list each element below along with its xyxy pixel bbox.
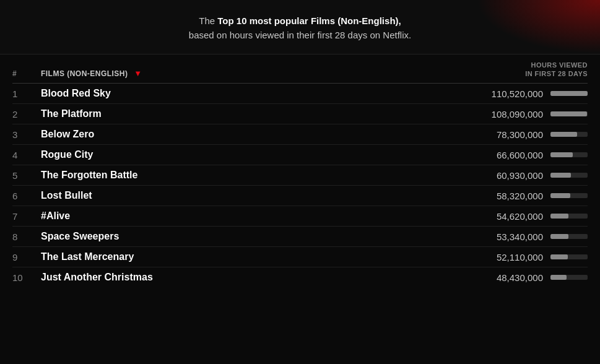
hours-value: 66,600,000 <box>481 150 543 160</box>
bar-fill <box>550 275 567 280</box>
col-hours-header: HOURS VIEWED IN FIRST 28 DAYS <box>445 61 588 79</box>
bar-fill <box>550 193 570 198</box>
col-title-label: Films (Non-English) <box>41 69 128 78</box>
bar-fill <box>550 254 568 259</box>
col-rank-header: # <box>12 69 41 78</box>
hours-value: 58,320,000 <box>481 191 543 201</box>
table-row: 9 The Last Mercenary 52,110,000 <box>12 247 588 267</box>
subtitle: The Top 10 most popular Films (Non-Engli… <box>12 14 588 43</box>
cell-hours-bar: 66,600,000 <box>445 150 588 160</box>
hours-value: 48,430,000 <box>481 272 543 283</box>
bar-wrapper <box>550 91 588 96</box>
cell-hours-bar: 58,320,000 <box>445 191 588 201</box>
cell-title: Blood Red Sky <box>41 88 445 99</box>
table-row: 4 Rogue City 66,600,000 <box>12 145 588 165</box>
cell-rank: 6 <box>12 191 41 201</box>
hours-value: 60,930,000 <box>481 170 543 181</box>
col-hours-line2: IN FIRST 28 DAYS <box>525 70 588 77</box>
cell-rank: 4 <box>12 150 41 160</box>
table-header: # Films (Non-English) ▼ HOURS VIEWED IN … <box>12 54 588 84</box>
table-row: 1 Blood Red Sky 110,520,000 <box>12 84 588 104</box>
bar-wrapper <box>550 152 588 157</box>
table-row: 10 Just Another Christmas 48,430,000 <box>12 267 588 287</box>
bar-fill <box>550 234 568 239</box>
bar-wrapper <box>550 111 588 116</box>
cell-title: The Forgotten Battle <box>41 170 445 181</box>
table-row: 8 Space Sweepers 53,340,000 <box>12 227 588 247</box>
cell-hours-bar: 78,300,000 <box>445 129 588 140</box>
col-title-header: Films (Non-English) ▼ <box>41 69 445 78</box>
bar-wrapper <box>550 173 588 178</box>
table-container: # Films (Non-English) ▼ HOURS VIEWED IN … <box>0 54 600 288</box>
hours-value: 110,520,000 <box>481 89 543 99</box>
bar-wrapper <box>550 275 588 280</box>
hours-value: 108,090,000 <box>481 109 543 119</box>
cell-title: Just Another Christmas <box>41 272 445 283</box>
cell-rank: 9 <box>12 252 41 262</box>
bar-wrapper <box>550 214 588 219</box>
bar-wrapper <box>550 254 588 259</box>
bar-wrapper <box>550 234 588 239</box>
subtitle-bold: Top 10 most popular Films (Non-English), <box>217 15 401 26</box>
cell-rank: 8 <box>12 232 41 242</box>
bar-fill <box>550 91 588 96</box>
bar-fill <box>550 152 573 157</box>
cell-title: #Alive <box>41 210 445 222</box>
cell-hours-bar: 108,090,000 <box>445 109 588 119</box>
cell-hours-bar: 60,930,000 <box>445 170 588 181</box>
bar-fill <box>550 173 571 178</box>
cell-rank: 5 <box>12 170 41 181</box>
cell-title: Below Zero <box>41 129 445 140</box>
bar-wrapper <box>550 132 588 137</box>
cell-hours-bar: 52,110,000 <box>445 252 588 262</box>
cell-rank: 2 <box>12 109 41 119</box>
cell-rank: 1 <box>12 89 41 99</box>
cell-rank: 7 <box>12 211 41 222</box>
hours-value: 52,110,000 <box>481 252 543 262</box>
cell-rank: 3 <box>12 129 41 140</box>
hours-value: 53,340,000 <box>481 232 543 242</box>
bar-fill <box>550 111 587 116</box>
cell-title: Space Sweepers <box>41 231 445 242</box>
cell-hours-bar: 110,520,000 <box>445 89 588 99</box>
table-row: 2 The Platform 108,090,000 <box>12 104 588 124</box>
table-row: 7 #Alive 54,620,000 <box>12 206 588 227</box>
sort-arrow-icon[interactable]: ▼ <box>134 69 142 78</box>
cell-title: Lost Bullet <box>41 190 445 201</box>
bar-fill <box>550 214 568 219</box>
table-body: 1 Blood Red Sky 110,520,000 2 The Platfo… <box>12 84 588 287</box>
top-section: The Top 10 most popular Films (Non-Engli… <box>0 0 600 54</box>
cell-hours-bar: 54,620,000 <box>445 211 588 222</box>
cell-hours-bar: 48,430,000 <box>445 272 588 283</box>
hours-value: 78,300,000 <box>481 129 543 140</box>
hours-value: 54,620,000 <box>481 211 543 222</box>
table-row: 5 The Forgotten Battle 60,930,000 <box>12 165 588 186</box>
table-row: 6 Lost Bullet 58,320,000 <box>12 186 588 206</box>
table-row: 3 Below Zero 78,300,000 <box>12 124 588 145</box>
cell-hours-bar: 53,340,000 <box>445 232 588 242</box>
cell-rank: 10 <box>12 272 41 283</box>
bar-fill <box>550 132 577 137</box>
cell-title: Rogue City <box>41 149 445 160</box>
col-hours-line1: HOURS VIEWED <box>531 61 588 69</box>
cell-title: The Platform <box>41 108 445 119</box>
bar-wrapper <box>550 193 588 198</box>
cell-title: The Last Mercenary <box>41 251 445 262</box>
